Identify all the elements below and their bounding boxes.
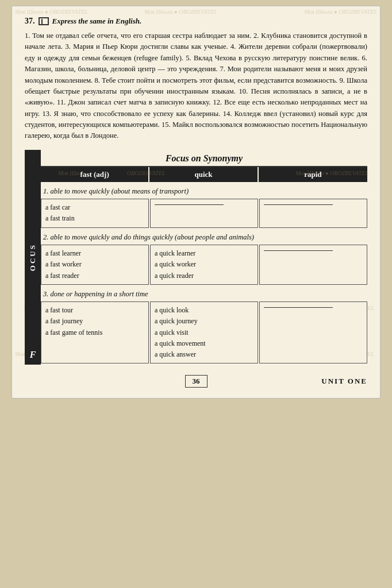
exercise-text: 1. Том не отдавал себе отчета, что его с… [25,30,367,142]
watermark: Моя Школа ● OBOZREVATEL [15,9,88,15]
header-fast: fast (adj) [41,167,149,182]
section3-grid: a fast toura fast journeya fast game of … [41,301,367,363]
section3-col1: a fast toura fast journeya fast game of … [41,301,149,363]
section3-col2: a quick looka quick journeya quick visit… [150,301,258,363]
section1-label: 1. able to move quickly (about means of … [43,187,367,197]
exercise-header: 37. Express the same in English. [25,17,367,26]
focus-title-bar: Focus on Synonymy [41,150,367,167]
section2-col3 [259,245,367,285]
section2-grid: a fast learnera fast workera fast reader… [41,245,367,285]
watermark: Моя Школа ● OBOZREVATEL [144,9,217,15]
focus-title: Focus on Synonymy [166,153,243,163]
header-quick: quick [149,167,258,182]
section3-col3 [259,301,367,363]
section2-label: 2. able to move quickly and do things qu… [43,233,367,243]
section1-col1: a fast cara fast train [41,199,149,227]
exercise-title: Express the same in English. [52,17,142,26]
synonymy-header-row: fast (adj) quick rapid [41,167,367,182]
header-rapid: rapid [259,167,367,182]
section2-col1: a fast learnera fast workera fast reader [41,245,149,285]
section2-col2: a quick learnera quick workera quick rea… [150,245,258,285]
focus-content: Focus on Synonymy fast (adj) quick rapid… [41,150,367,365]
focus-sidebar-text: OCUS [28,243,37,271]
page: Моя Школа ● OBOZREVATEL Моя Школа ● OBOZ… [11,6,381,399]
unit-label: UNIT ONE [321,377,367,385]
focus-sidebar: OCUS F [25,150,41,365]
page-footer: 36 UNIT ONE [25,373,367,388]
section1-col3 [259,199,367,227]
section3-label: 3. done or happening in a short time [43,289,367,300]
section1-grid: a fast cara fast train [41,199,367,227]
section1-col2 [150,199,258,227]
watermark: Моя Школа ● OBOZREVATEL [304,9,377,15]
focus-f-letter: F [30,350,36,360]
book-icon [39,17,49,25]
exercise-number: 37. [25,17,35,26]
focus-section: OCUS F Focus on Synonymy fast (adj) quic… [25,150,367,365]
page-number: 36 [185,375,207,388]
